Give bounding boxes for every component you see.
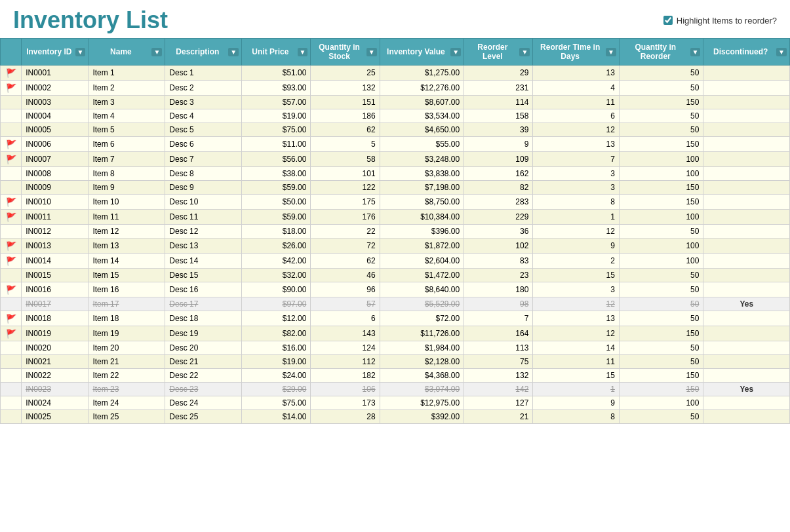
flag-cell: 🚩 [1,195,22,210]
cell-id: IN0017 [22,297,89,311]
highlight-reorder-text: Highlight Items to reorder? [677,16,777,26]
cell-qty-stock: 151 [311,96,380,109]
col-filter-desc[interactable]: ▼ [228,48,239,56]
cell-reorder-days: 8 [533,410,620,424]
cell-name: Item 1 [89,66,165,81]
cell-qty-reorder: 50 [619,311,703,326]
cell-inv-val: $11,726.00 [380,326,464,341]
flag-icon: 🚩 [6,68,16,78]
cell-qty-reorder: 100 [619,396,703,410]
cell-reorder-lvl: 164 [464,326,533,341]
cell-inv-val: $2,604.00 [380,254,464,269]
cell-qty-stock: 5 [311,137,380,152]
flag-icon: 🚩 [6,83,16,93]
cell-desc: Desc 10 [165,195,242,210]
col-filter-inv-val[interactable]: ▼ [450,48,461,56]
cell-inv-val: $392.00 [380,410,464,424]
col-filter-id[interactable]: ▼ [75,48,86,56]
cell-desc: Desc 12 [165,225,242,238]
cell-reorder-days: 12 [533,326,620,341]
cell-discontinued [703,254,790,269]
col-header-reorder-days: Reorder Time in Days ▼ [533,39,620,66]
cell-qty-stock: 72 [311,238,380,254]
cell-discontinued [703,109,790,123]
table-row: IN0023Item 23Desc 23$29.00106$3,074.0014… [1,383,790,396]
cell-desc: Desc 18 [165,311,242,326]
table-row: IN0021Item 21Desc 21$19.00112$2,128.0075… [1,355,790,369]
table-wrapper: Inventory ID ▼ Name ▼ Description ▼ [0,38,790,424]
flag-icon: 🚩 [6,285,16,295]
cell-reorder-days: 3 [533,181,620,195]
col-filter-discontinued[interactable]: ▼ [776,48,787,56]
cell-reorder-days: 3 [533,282,620,297]
col-header-name: Name ▼ [89,39,165,66]
cell-qty-reorder: 50 [619,81,703,96]
cell-id: IN0014 [22,254,89,269]
cell-id: IN0019 [22,326,89,341]
col-filter-name[interactable]: ▼ [151,48,162,56]
table-row: 🚩IN0016Item 16Desc 16$90.0096$8,640.0018… [1,282,790,297]
cell-reorder-lvl: 162 [464,167,533,181]
highlight-reorder-checkbox[interactable] [663,16,673,25]
cell-discontinued [703,81,790,96]
cell-id: IN0013 [22,238,89,254]
cell-price: $56.00 [242,152,311,167]
col-filter-qty-stock[interactable]: ▼ [366,48,377,56]
cell-discontinued [703,282,790,297]
cell-discontinued: Yes [703,383,790,396]
cell-qty-stock: 132 [311,81,380,96]
cell-price: $50.00 [242,195,311,210]
cell-reorder-lvl: 180 [464,282,533,297]
cell-price: $59.00 [242,210,311,225]
cell-discontinued [703,96,790,109]
col-filter-reorder-lvl[interactable]: ▼ [519,48,530,56]
table-row: 🚩IN0019Item 19Desc 19$82.00143$11,726.00… [1,326,790,341]
table-row: IN0003Item 3Desc 3$57.00151$8,607.001141… [1,96,790,109]
cell-price: $93.00 [242,81,311,96]
cell-discontinued [703,66,790,81]
cell-price: $24.00 [242,369,311,383]
cell-inv-val: $3,074.00 [380,383,464,396]
cell-discontinued [703,238,790,254]
highlight-reorder-label[interactable]: Highlight Items to reorder? [663,16,777,26]
col-header-qty-stock: Quantity in Stock ▼ [311,39,380,66]
cell-price: $42.00 [242,254,311,269]
cell-qty-reorder: 50 [619,341,703,355]
cell-reorder-days: 12 [533,297,620,311]
table-header-row: Inventory ID ▼ Name ▼ Description ▼ [1,39,790,66]
col-filter-reorder-days[interactable]: ▼ [606,48,616,56]
col-filter-price[interactable]: ▼ [298,48,308,56]
cell-discontinued [703,167,790,181]
cell-desc: Desc 8 [165,167,242,181]
cell-desc: Desc 6 [165,137,242,152]
cell-inv-val: $10,384.00 [380,210,464,225]
col-header-id: Inventory ID ▼ [22,39,89,66]
cell-reorder-days: 6 [533,109,620,123]
flag-cell: 🚩 [1,311,22,326]
table-row: IN0009Item 9Desc 9$59.00122$7,198.008231… [1,181,790,195]
cell-qty-reorder: 50 [619,109,703,123]
cell-qty-stock: 101 [311,167,380,181]
flag-icon: 🚩 [6,140,16,149]
cell-id: IN0010 [22,195,89,210]
col-filter-qty-reorder[interactable]: ▼ [690,48,701,56]
cell-reorder-lvl: 23 [464,269,533,282]
cell-reorder-days: 13 [533,66,620,81]
cell-id: IN0002 [22,81,89,96]
cell-discontinued [703,369,790,383]
cell-id: IN0020 [22,341,89,355]
cell-inv-val: $55.00 [380,137,464,152]
cell-reorder-lvl: 36 [464,225,533,238]
cell-qty-stock: 173 [311,396,380,410]
cell-reorder-lvl: 9 [464,137,533,152]
cell-inv-val: $5,529.00 [380,297,464,311]
cell-qty-stock: 57 [311,297,380,311]
cell-inv-val: $8,607.00 [380,96,464,109]
flag-cell: 🚩 [1,66,22,81]
cell-discontinued [703,311,790,326]
cell-qty-stock: 58 [311,152,380,167]
flag-cell [1,225,22,238]
table-body: 🚩IN0001Item 1Desc 1$51.0025$1,275.002913… [1,66,790,424]
cell-desc: Desc 24 [165,396,242,410]
table-row: 🚩IN0010Item 10Desc 10$50.00175$8,750.002… [1,195,790,210]
